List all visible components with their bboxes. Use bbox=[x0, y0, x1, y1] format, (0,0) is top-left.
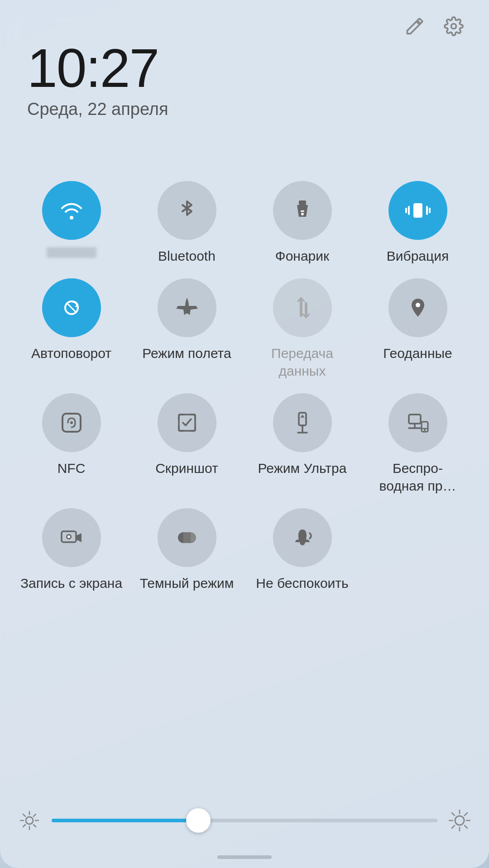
quick-tiles-grid: Bluetooth Фонарик bbox=[18, 181, 471, 592]
ultramode-circle bbox=[273, 393, 332, 452]
svg-line-34 bbox=[23, 814, 25, 816]
screenshot-label: Скриншот bbox=[155, 459, 218, 477]
tile-nfc[interactable]: NFC bbox=[18, 393, 125, 495]
sun-small-icon bbox=[18, 809, 41, 832]
svg-point-3 bbox=[301, 213, 304, 215]
autorotate-circle bbox=[42, 278, 101, 337]
svg-line-46 bbox=[452, 825, 455, 828]
darkmode-circle bbox=[158, 508, 216, 567]
darkmode-label: Темный режим bbox=[140, 574, 234, 592]
tile-screenrecord[interactable]: Запись с экрана bbox=[18, 508, 125, 592]
tile-bluetooth[interactable]: Bluetooth bbox=[134, 181, 240, 265]
screenrecord-label: Запись с экрана bbox=[20, 574, 122, 592]
brightness-fill bbox=[52, 819, 198, 822]
nfc-label: NFC bbox=[58, 459, 86, 477]
tile-darkmode[interactable]: Темный режим bbox=[134, 508, 240, 592]
top-action-bar bbox=[402, 14, 466, 39]
svg-line-37 bbox=[23, 825, 25, 827]
svg-line-7 bbox=[67, 303, 76, 312]
autorotate-label: Автоповорот bbox=[31, 344, 111, 362]
dnd-circle bbox=[273, 508, 332, 567]
settings-button[interactable] bbox=[441, 14, 466, 39]
tile-ultramode[interactable]: Режим Ультра bbox=[249, 393, 355, 495]
svg-point-0 bbox=[451, 24, 456, 29]
svg-rect-8 bbox=[300, 299, 302, 317]
tile-vibration[interactable]: Вибрация bbox=[364, 181, 471, 265]
tile-flashlight[interactable]: Фонарик bbox=[249, 181, 355, 265]
bottom-handle bbox=[217, 855, 272, 859]
flashlight-label: Фонарик bbox=[275, 247, 329, 265]
flashlight-circle bbox=[273, 181, 332, 240]
brightness-thumb[interactable] bbox=[186, 808, 211, 833]
location-label: Геоданные bbox=[383, 344, 452, 362]
svg-point-26 bbox=[67, 535, 70, 538]
svg-point-38 bbox=[455, 816, 464, 825]
svg-point-12 bbox=[70, 421, 73, 424]
svg-point-29 bbox=[26, 817, 33, 824]
svg-point-23 bbox=[424, 429, 426, 431]
svg-line-36 bbox=[34, 814, 36, 816]
tile-dnd[interactable]: Не беспокоить bbox=[249, 508, 355, 592]
nfc-circle bbox=[42, 393, 101, 452]
tile-autorotate[interactable]: Автоповорот bbox=[18, 278, 125, 380]
tile-wifi[interactable] bbox=[18, 181, 125, 265]
tile-airplane[interactable]: Режим полета bbox=[134, 278, 240, 380]
wireless-label: Беспро-водная пр… bbox=[379, 459, 456, 495]
wifi-label bbox=[47, 247, 96, 258]
tile-screenshot[interactable]: Скриншот bbox=[134, 393, 240, 495]
svg-rect-1 bbox=[299, 200, 306, 205]
airplane-label: Режим полета bbox=[142, 344, 231, 362]
vibration-circle bbox=[388, 181, 447, 240]
svg-rect-9 bbox=[305, 302, 307, 317]
airplane-circle bbox=[158, 278, 216, 337]
dnd-label: Не беспокоить bbox=[256, 574, 348, 592]
location-circle bbox=[388, 278, 447, 337]
brightness-control bbox=[18, 809, 471, 832]
clock: 10:27 bbox=[27, 41, 168, 95]
svg-rect-18 bbox=[409, 415, 421, 424]
svg-rect-2 bbox=[301, 210, 304, 212]
svg-line-43 bbox=[452, 813, 455, 816]
quick-settings-panel: 10:27 Среда, 22 апреля Bluetooth bbox=[0, 0, 489, 868]
screenrecord-circle bbox=[42, 508, 101, 567]
wifi-circle bbox=[42, 181, 101, 240]
svg-line-44 bbox=[465, 825, 467, 828]
brightness-track[interactable] bbox=[52, 819, 437, 822]
tile-wireless[interactable]: Беспро-водная пр… bbox=[364, 393, 471, 495]
sun-large-icon bbox=[448, 809, 471, 832]
bluetooth-circle bbox=[158, 181, 216, 240]
bluetooth-label: Bluetooth bbox=[158, 247, 216, 265]
svg-rect-4 bbox=[413, 203, 422, 218]
ultramode-label: Режим Ультра bbox=[258, 459, 347, 477]
vibration-label: Вибрация bbox=[387, 247, 449, 265]
wireless-circle bbox=[388, 393, 447, 452]
time-section: 10:27 Среда, 22 апреля bbox=[27, 41, 168, 119]
screenshot-circle bbox=[158, 393, 216, 452]
tile-data[interactable]: Передача данных bbox=[249, 278, 355, 380]
date: Среда, 22 апреля bbox=[27, 100, 168, 119]
svg-line-35 bbox=[34, 825, 36, 827]
tile-location[interactable]: Геоданные bbox=[364, 278, 471, 380]
data-circle bbox=[273, 278, 332, 337]
data-label: Передача данных bbox=[249, 344, 355, 380]
svg-point-10 bbox=[416, 303, 420, 307]
svg-line-45 bbox=[465, 813, 467, 816]
edit-button[interactable] bbox=[402, 14, 427, 39]
